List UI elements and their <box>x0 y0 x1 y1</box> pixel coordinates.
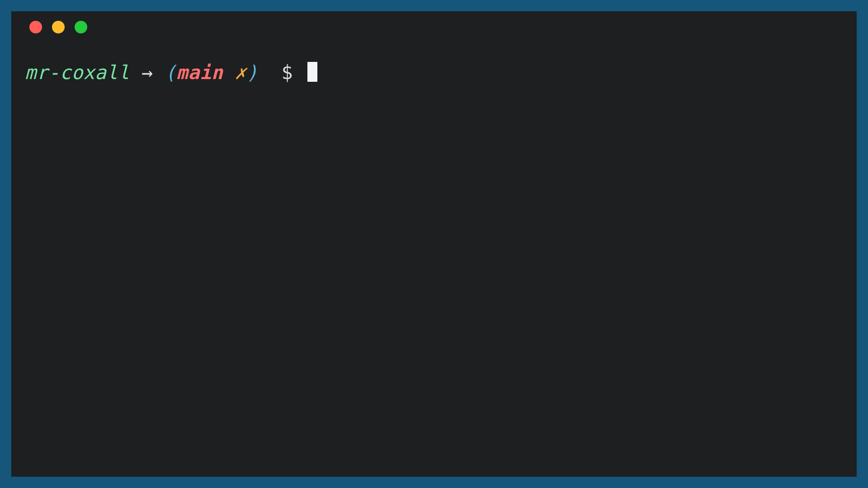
terminal-window: mr-coxall → (main ✗) $ <box>11 11 857 477</box>
git-status-icon: ✗ <box>235 61 246 84</box>
terminal-body[interactable]: mr-coxall → (main ✗) $ <box>11 43 857 99</box>
cursor-icon <box>307 62 317 82</box>
close-button-icon[interactable] <box>29 21 42 33</box>
titlebar <box>11 11 857 43</box>
prompt-symbol: $ <box>281 61 293 84</box>
minimize-button-icon[interactable] <box>52 21 65 33</box>
paren-close: ) <box>246 61 258 84</box>
arrow-icon: → <box>142 61 153 84</box>
prompt-user: mr-coxall <box>25 61 130 84</box>
zoom-button-icon[interactable] <box>75 21 87 33</box>
paren-open: ( <box>165 61 176 84</box>
git-branch: main <box>176 61 223 84</box>
